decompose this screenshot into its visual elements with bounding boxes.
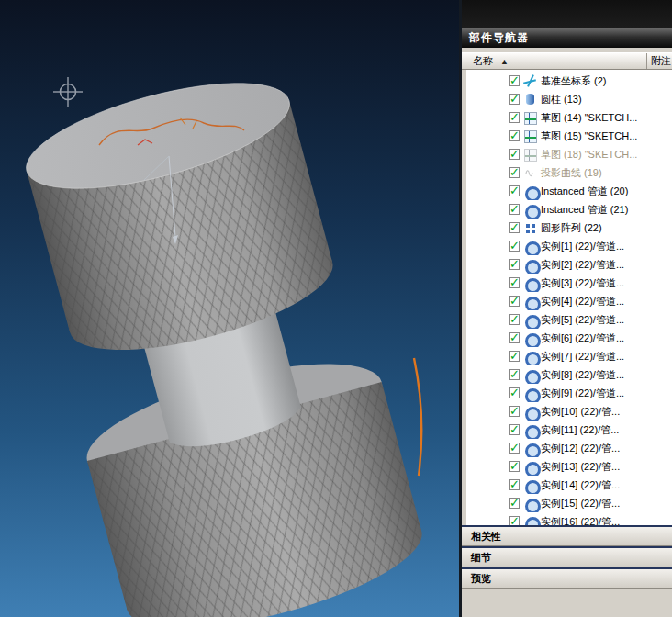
pipe-icon [523, 423, 537, 437]
pipe-icon [523, 405, 537, 419]
feature-label: 圆形阵列 (22) [541, 221, 602, 235]
tree-row[interactable]: 实例[12] (22)/管... [466, 439, 672, 457]
tree-row[interactable]: 实例[13] (22)/管... [466, 457, 672, 476]
tree-row[interactable]: 实例[10] (22)/管... [466, 402, 672, 421]
pipe-icon [523, 478, 537, 492]
application-window: 部件导航器 名称 ▲ 附注 基准坐标系 (2) 圆柱 (13) 草图 (14) … [0, 0, 672, 617]
viewport-canvas[interactable] [0, 0, 459, 617]
tree-row[interactable]: 圆柱 (13) [466, 90, 672, 108]
tree-row[interactable]: 实例[16] (22)/管... [466, 512, 672, 525]
feature-checkbox[interactable] [509, 351, 520, 362]
feature-checkbox[interactable] [509, 259, 520, 270]
tree-row[interactable]: 实例[1] (22)/管道... [466, 237, 672, 255]
feature-label: 实例[10] (22)/管... [541, 405, 620, 419]
tree-row[interactable]: 实例[8] (22)/管道... [466, 365, 672, 384]
feature-checkbox[interactable] [509, 75, 520, 86]
feature-checkbox[interactable] [509, 406, 520, 417]
feature-checkbox[interactable] [509, 167, 520, 178]
feature-tree[interactable]: 基准坐标系 (2) 圆柱 (13) 草图 (14) "SKETCH... 草图 … [466, 70, 672, 525]
tree-row[interactable]: 实例[3] (22)/管道... [466, 274, 672, 292]
feature-label: Instanced 管道 (21) [541, 203, 628, 217]
feature-label: 投影曲线 (19) [541, 166, 602, 180]
tree-row[interactable]: 实例[6] (22)/管道... [466, 329, 672, 347]
feature-label: 实例[4] (22)/管道... [541, 295, 624, 308]
feature-checkbox[interactable] [509, 149, 520, 160]
feature-label: 实例[14] (22)/管... [541, 478, 620, 492]
feature-label: 实例[12] (22)/管... [541, 442, 620, 455]
feature-label: Instanced 管道 (20) [541, 185, 628, 198]
pipe-icon [523, 350, 537, 364]
column-attributes[interactable]: 附注 [646, 53, 672, 69]
tree-row[interactable]: 草图 (14) "SKETCH... [466, 108, 672, 127]
feature-checkbox[interactable] [509, 204, 520, 215]
tree-row[interactable]: 实例[2] (22)/管道... [466, 255, 672, 274]
feature-checkbox[interactable] [509, 222, 520, 233]
feature-checkbox[interactable] [509, 332, 520, 343]
feature-checkbox[interactable] [509, 314, 520, 325]
pipe-icon [523, 497, 537, 510]
feature-checkbox[interactable] [509, 277, 520, 288]
tree-row[interactable]: 实例[7] (22)/管道... [466, 347, 672, 365]
feature-checkbox[interactable] [509, 112, 520, 123]
feature-label: 草图 (14) "SKETCH... [541, 111, 637, 125]
tree-row[interactable]: 实例[11] (22)/管... [466, 421, 672, 439]
part-navigator-panel: 部件导航器 名称 ▲ 附注 基准坐标系 (2) 圆柱 (13) 草图 (14) … [459, 0, 672, 617]
tree-row[interactable]: 圆形阵列 (22) [466, 219, 672, 237]
pattern-icon [523, 221, 537, 235]
feature-checkbox[interactable] [509, 94, 520, 105]
tree-row[interactable]: 草图 (15) "SKETCH... [466, 127, 672, 145]
feature-label: 实例[3] (22)/管道... [541, 276, 624, 290]
feature-label: 实例[9] (22)/管道... [541, 387, 624, 400]
feature-checkbox[interactable] [509, 479, 520, 490]
feature-label: 实例[1] (22)/管道... [541, 240, 624, 253]
tree-row[interactable]: 实例[15] (22)/管... [466, 494, 672, 512]
tree-row[interactable]: 实例[14] (22)/管... [466, 476, 672, 494]
feature-label: 实例[15] (22)/管... [541, 497, 620, 510]
tree-row[interactable]: Instanced 管道 (21) [466, 200, 672, 219]
feature-checkbox[interactable] [509, 185, 520, 196]
feature-checkbox[interactable] [509, 424, 520, 435]
section-dependencies[interactable]: 相关性 [462, 525, 672, 546]
tree-column-header: 名称 ▲ 附注 [462, 52, 672, 70]
feature-checkbox[interactable] [509, 443, 520, 454]
section-preview-label: 预览 [471, 572, 491, 586]
section-details[interactable]: 细节 [462, 546, 672, 567]
feature-label: 实例[16] (22)/管... [541, 515, 620, 526]
feature-label: 实例[5] (22)/管道... [541, 313, 624, 327]
sketch-icon [523, 148, 537, 162]
cylinder-icon [523, 93, 537, 107]
column-name[interactable]: 名称 ▲ [462, 53, 646, 69]
feature-checkbox[interactable] [509, 387, 520, 398]
panel-filler [462, 589, 672, 617]
tree-row[interactable]: 草图 (18) "SKETCH... [466, 145, 672, 163]
viewport-3d[interactable] [0, 0, 459, 617]
feature-label: 草图 (18) "SKETCH... [541, 148, 637, 162]
pipe-icon [523, 387, 537, 400]
column-name-label: 名称 [473, 54, 493, 68]
feature-checkbox[interactable] [509, 516, 520, 525]
tree-row[interactable]: Instanced 管道 (20) [466, 182, 672, 200]
feature-checkbox[interactable] [509, 296, 520, 307]
feature-checkbox[interactable] [509, 241, 520, 252]
tree-row[interactable]: 实例[5] (22)/管道... [466, 310, 672, 329]
feature-checkbox[interactable] [509, 498, 520, 509]
curve-icon [523, 166, 537, 180]
section-dependencies-label: 相关性 [471, 530, 501, 544]
section-preview[interactable]: 预览 [462, 567, 672, 589]
tree-row[interactable]: 实例[4] (22)/管道... [466, 292, 672, 310]
sort-ascending-icon: ▲ [500, 57, 509, 66]
panel-top-strip [462, 0, 672, 28]
csys-icon [523, 74, 537, 88]
feature-label: 圆柱 (13) [541, 93, 582, 107]
feature-checkbox[interactable] [509, 461, 520, 472]
tree-row[interactable]: 基准坐标系 (2) [466, 72, 672, 90]
pipe-icon [523, 331, 537, 345]
tree-row[interactable]: 投影曲线 (19) [466, 163, 672, 182]
pipe-icon [523, 240, 537, 253]
pipe-icon [523, 203, 537, 217]
pipe-icon [523, 368, 537, 382]
tree-row[interactable]: 实例[9] (22)/管道... [466, 384, 672, 402]
panel-titlebar[interactable]: 部件导航器 [462, 28, 672, 48]
feature-checkbox[interactable] [509, 130, 520, 141]
feature-checkbox[interactable] [509, 369, 520, 380]
